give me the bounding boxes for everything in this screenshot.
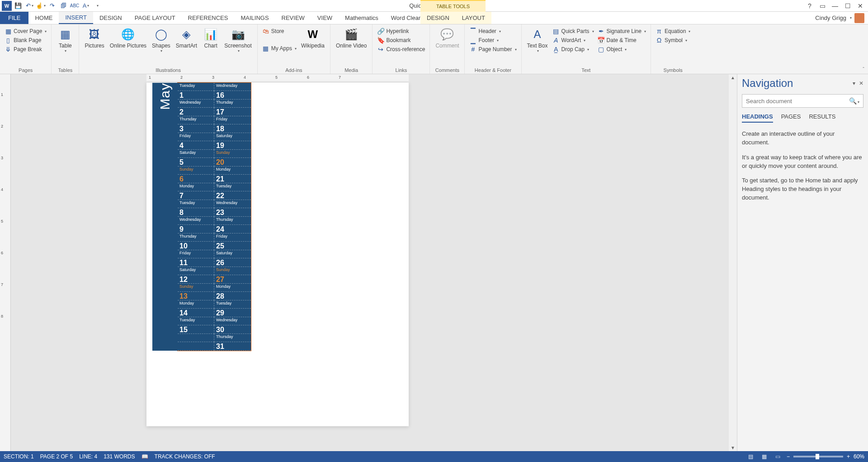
tab-home[interactable]: HOME [28,12,59,24]
calendar-day-number[interactable]: 2 [178,108,214,116]
calendar-day-number[interactable]: 14 [178,309,214,317]
screenshot-button[interactable]: 📷Screenshot▾ [222,26,255,54]
calendar-day-number[interactable]: 30 [214,325,251,334]
nav-tab-results[interactable]: RESULTS [809,113,835,123]
my-apps-button[interactable]: ▦My Apps▾ [260,44,298,52]
calendar-day-number[interactable]: 4 [178,141,214,150]
hyperlink-button[interactable]: 🔗Hyperlink [375,27,427,35]
nav-tab-pages[interactable]: PAGES [781,113,801,123]
nav-close-icon[interactable]: ✕ [859,80,863,86]
calendar-day-number[interactable]: 11 [178,258,214,267]
online-video-button[interactable]: 🎬Online Video [333,26,370,50]
calendar-day-number[interactable]: 20 [214,158,251,167]
signature-line-button[interactable]: ✒Signature Line▾ [596,27,648,35]
status-page[interactable]: PAGE 2 OF 5 [40,453,73,460]
calendar-day-number[interactable]: 31 [214,342,251,351]
calendar-day-number[interactable]: 19 [214,141,251,150]
word-icon[interactable]: W [2,1,12,11]
cover-page-button[interactable]: ▦Cover Page▾ [3,27,48,35]
cross-reference-button[interactable]: ↪Cross-reference [375,45,427,53]
calendar-day-number[interactable]: 27 [214,275,251,284]
calendar-day-number[interactable] [178,342,214,351]
calendar-day-number[interactable]: 24 [214,225,251,233]
calendar-day-number[interactable]: 18 [214,124,251,133]
calendar-day-number[interactable]: 16 [214,91,251,100]
user-account[interactable]: Cindy Grigg▾ [815,12,868,24]
calendar-day-number[interactable]: 8 [178,208,214,217]
calendar-day-number[interactable]: 26 [214,258,251,267]
zoom-slider[interactable] [793,456,843,457]
tab-page-layout[interactable]: PAGE LAYOUT [128,12,182,24]
drop-cap-button[interactable]: A̲Drop Cap▾ [551,45,596,53]
store-button[interactable]: 🛍Store [260,27,298,35]
nav-search[interactable]: 🔍▾ [742,94,863,108]
calendar-day-number[interactable]: 25 [214,242,251,250]
page-number-button[interactable]: #Page Number▾ [467,45,518,53]
tab-tabletools-layout[interactable]: LAYOUT [456,12,491,24]
calendar-day-number[interactable]: 5 [178,158,214,167]
calendar-day-number[interactable]: 6 [178,175,214,183]
blank-page-button[interactable]: ▯Blank Page [3,36,48,44]
chart-button[interactable]: 📊Chart [200,26,222,50]
object-button[interactable]: ▢Object▾ [596,45,648,53]
date-time-button[interactable]: 📅Date & Time [596,36,648,44]
zoom-out-icon[interactable]: − [787,453,790,460]
document-page[interactable]: May TuesdayWednesday116WednesdayThursday… [146,82,409,426]
qat-customize-icon[interactable]: ▾ [92,1,102,11]
header-button[interactable]: ▔Header▾ [467,27,518,35]
page-break-button[interactable]: ⤋Page Break [3,45,48,53]
text-box-button[interactable]: AText Box▾ [524,26,551,54]
tab-design[interactable]: DESIGN [93,12,128,24]
view-read-icon[interactable]: ▤ [746,452,756,461]
redo-icon[interactable]: ↷ [47,1,57,11]
calendar-day-number[interactable]: 17 [214,108,251,116]
smartart-button[interactable]: ◈SmartArt [173,26,200,50]
tab-references[interactable]: REFERENCES [182,12,235,24]
scroll-down-icon[interactable]: ▼ [730,444,736,451]
search-icon[interactable]: 🔍▾ [845,97,863,105]
view-print-icon[interactable]: ▦ [760,452,769,461]
search-input[interactable] [742,98,845,105]
touch-mouse-icon[interactable]: ☝▾ [36,1,46,11]
calendar-day-number[interactable]: 12 [178,275,214,284]
equation-button[interactable]: πEquation▾ [654,27,692,35]
calendar-day-number[interactable]: 10 [178,242,214,250]
tab-review[interactable]: REVIEW [275,12,311,24]
pictures-button[interactable]: 🖼Pictures [82,26,107,50]
nav-tab-headings[interactable]: HEADINGS [742,113,773,123]
save-icon[interactable]: 💾 [13,1,23,11]
bookmark-button[interactable]: 🔖Bookmark [375,36,427,44]
collapse-ribbon-icon[interactable]: ˆ [863,67,864,72]
status-section[interactable]: SECTION: 1 [4,453,34,460]
calendar-day-number[interactable]: 28 [214,292,251,300]
nav-dropdown-icon[interactable]: ▾ [853,80,855,86]
footer-button[interactable]: ▁Footer▾ [467,36,518,44]
calendar-day-number[interactable]: 13 [178,292,214,300]
symbol-button[interactable]: ΩSymbol▾ [654,36,692,44]
vertical-scrollbar[interactable]: ▲ ▼ [729,74,737,451]
calendar-day-number[interactable]: 15 [178,325,214,334]
shapes-button[interactable]: ◯Shapes▾ [149,26,173,54]
calendar-day-number[interactable]: 9 [178,225,214,233]
maximize-icon[interactable]: ☐ [842,1,854,10]
table-button[interactable]: ▦Table▾ [54,26,76,54]
status-line[interactable]: LINE: 4 [79,453,97,460]
scroll-up-icon[interactable]: ▲ [730,74,736,81]
view-web-icon[interactable]: ▭ [773,452,783,461]
quick-parts-button[interactable]: ▤Quick Parts▾ [551,27,596,35]
tab-insert[interactable]: INSERT [59,12,93,24]
calendar-table[interactable]: May TuesdayWednesday116WednesdayThursday… [177,82,251,351]
zoom-level[interactable]: 60% [854,453,864,460]
calendar-day-number[interactable]: 22 [214,191,251,200]
calendar-day-number[interactable]: 29 [214,309,251,317]
close-icon[interactable]: ✕ [854,1,866,10]
tab-view[interactable]: VIEW [311,12,339,24]
calendar-day-number[interactable]: 21 [214,175,251,183]
ribbon-display-icon[interactable]: ▭ [816,1,828,10]
wikipedia-button[interactable]: WWikipedia [298,26,327,50]
comment-button[interactable]: 💬Comment [433,26,462,50]
help-icon[interactable]: ? [804,1,816,10]
font-color-icon[interactable]: A▾ [81,1,91,11]
undo-icon[interactable]: ↶▾ [24,1,34,11]
minimize-icon[interactable]: — [829,1,841,10]
